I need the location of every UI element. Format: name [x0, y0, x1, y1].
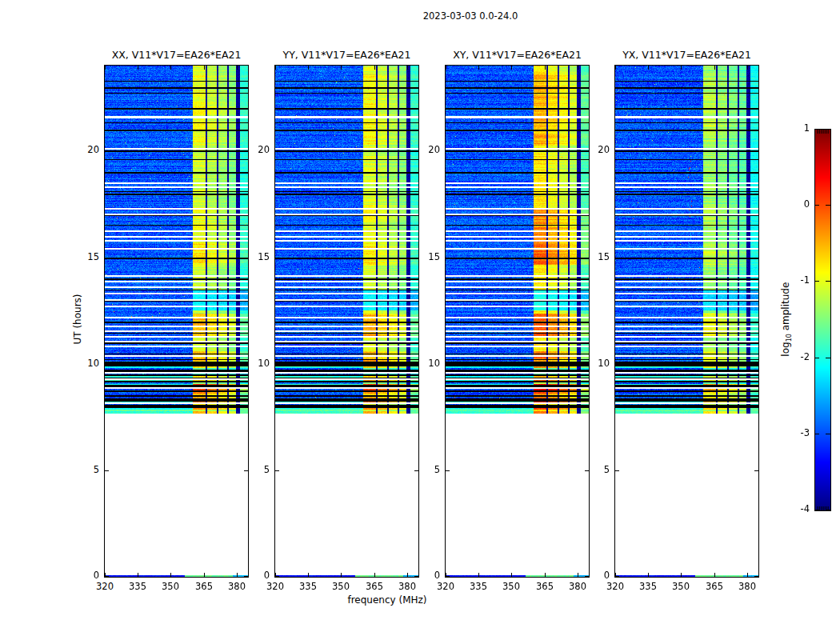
x-tick-label: 365	[357, 581, 392, 592]
axis-tick	[681, 573, 682, 577]
colorbar-tick	[826, 205, 830, 206]
axis-tick	[446, 66, 446, 70]
y-tick-label: 10	[236, 358, 270, 369]
colorbar-tick	[826, 510, 830, 510]
axis-tick	[545, 573, 546, 577]
axis-tick	[615, 66, 616, 70]
axis-tick	[615, 470, 619, 471]
x-tick-label: 380	[730, 581, 765, 592]
x-tick-label: 350	[494, 581, 529, 592]
axis-tick	[237, 66, 238, 70]
panel-title-xy: XY, V11*V17=EA26*EA21	[453, 49, 582, 61]
axis-tick	[714, 66, 715, 70]
y-tick-label: 20	[576, 144, 610, 155]
axis-tick	[105, 66, 106, 70]
figure-title: 2023-03-03 0.0-24.0	[423, 10, 518, 22]
panel-title-xx: XX, V11*V17=EA26*EA21	[112, 49, 242, 61]
colorbar-tick-label: 0	[778, 198, 810, 210]
y-tick-label: 0	[406, 570, 440, 581]
y-tick-label: 0	[236, 570, 270, 581]
axis-tick	[407, 66, 408, 70]
panel-title-yy: YY, V11*V17=EA26*EA21	[283, 49, 411, 61]
colorbar-tick	[814, 205, 819, 206]
x-tick-label: 350	[663, 581, 698, 592]
axis-tick	[615, 258, 619, 258]
axis-tick	[341, 66, 342, 70]
axis-tick	[204, 573, 205, 577]
colorbar-tick	[814, 510, 819, 510]
y-tick-label: 10	[576, 358, 610, 369]
colorbar-tick	[826, 434, 830, 434]
y-tick-label: 5	[236, 464, 270, 475]
axis-tick	[754, 150, 758, 151]
axis-tick	[648, 66, 649, 70]
x-tick-label: 335	[630, 581, 666, 592]
axis-tick	[478, 66, 479, 70]
figure: 2023-03-03 0.0-24.0 UT (hours) XX, V11*V…	[0, 0, 840, 640]
colorbar-tick	[826, 129, 830, 130]
colorbar-label-sub: 10	[786, 334, 793, 342]
axis-tick	[204, 66, 205, 70]
axis-tick	[446, 364, 450, 365]
axis-tick	[170, 66, 171, 70]
axis-tick	[511, 573, 512, 577]
y-tick-label: 5	[576, 464, 610, 475]
axis-tick	[754, 258, 758, 258]
axis-tick	[754, 576, 758, 577]
y-tick-label: 0	[576, 570, 610, 581]
x-tick-label: 380	[390, 581, 425, 592]
axis-tick	[545, 66, 546, 70]
spectrogram-panel-xx: XX, V11*V17=EA26*EA21	[104, 65, 249, 578]
axis-tick	[446, 470, 450, 471]
y-tick-label: 15	[66, 251, 99, 262]
axis-tick	[308, 66, 309, 70]
y-tick-label: 5	[66, 464, 99, 475]
x-tick-label: 350	[153, 581, 188, 592]
y-axis-label: UT (hours)	[72, 239, 83, 399]
axis-tick	[374, 573, 375, 577]
axis-tick	[105, 576, 109, 577]
spectrogram-canvas-xx	[105, 66, 248, 577]
x-tick-label: 320	[428, 581, 463, 592]
axis-tick	[714, 573, 715, 577]
colorbar-tick	[826, 281, 830, 282]
axis-tick	[747, 66, 748, 70]
spectrogram-panel-yy: YY, V11*V17=EA26*EA21	[274, 65, 419, 578]
x-tick-label: 320	[258, 581, 293, 592]
colorbar-tick-label: -1	[778, 274, 810, 286]
axis-tick	[308, 573, 309, 577]
x-tick-label: 365	[186, 581, 222, 592]
axis-tick	[446, 576, 450, 577]
x-tick-label: 335	[290, 581, 326, 592]
axis-tick	[105, 364, 109, 365]
axis-tick	[615, 150, 619, 151]
colorbar-tick-label: -4	[778, 503, 810, 514]
colorbar-tick	[826, 358, 830, 358]
x-axis-label: frequency (MHz)	[347, 594, 426, 606]
y-tick-label: 15	[576, 251, 610, 262]
x-tick-label: 320	[598, 581, 633, 592]
axis-tick	[648, 573, 649, 577]
axis-tick	[478, 573, 479, 577]
axis-tick	[615, 364, 619, 365]
y-tick-label: 5	[406, 464, 440, 475]
axis-tick	[138, 573, 138, 577]
x-tick-label: 320	[87, 581, 122, 592]
axis-tick	[105, 258, 109, 258]
colorbar-tick	[814, 434, 819, 434]
colorbar-tick	[814, 129, 819, 130]
x-tick-label: 365	[527, 581, 562, 592]
axis-tick	[446, 150, 450, 151]
axis-tick	[275, 66, 276, 70]
colorbar-tick-label: -2	[778, 351, 810, 362]
axis-tick	[138, 66, 138, 70]
y-tick-label: 20	[236, 144, 270, 155]
axis-tick	[511, 66, 512, 70]
axis-tick	[681, 66, 682, 70]
x-tick-label: 335	[461, 581, 496, 592]
axis-tick	[341, 573, 342, 577]
axis-tick	[105, 150, 109, 151]
axis-tick	[275, 470, 279, 471]
spectrogram-canvas-yx	[615, 66, 758, 577]
axis-tick	[105, 470, 109, 471]
